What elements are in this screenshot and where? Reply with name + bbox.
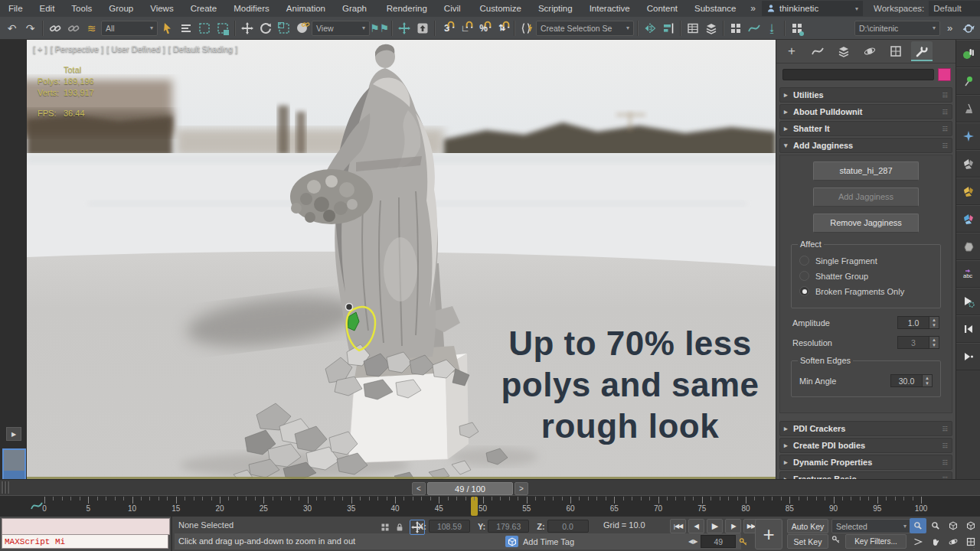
keyboard-shortcut-override-toggle[interactable]: [413, 19, 431, 37]
rename-abc-button[interactable]: abc: [956, 260, 980, 288]
menu-item[interactable]: Modifiers: [225, 0, 278, 17]
orbit-button[interactable]: [945, 534, 962, 549]
tab-hierarchy[interactable]: [833, 41, 854, 61]
curve-editor-button[interactable]: [745, 19, 763, 37]
sweep-button[interactable]: [956, 95, 980, 122]
zoom-extents-all-button[interactable]: [962, 518, 979, 533]
tab-modify[interactable]: [807, 41, 828, 61]
add-jagginess-button[interactable]: Add Jagginess: [813, 187, 919, 207]
shatter-gold-button[interactable]: [956, 178, 980, 205]
shatter-color-button[interactable]: [956, 205, 980, 233]
select-and-manipulate-button[interactable]: [395, 19, 413, 37]
viewport-pov-menu[interactable]: [ Perspective ]: [51, 44, 104, 54]
key-mode-toggle-icon[interactable]: [739, 537, 748, 546]
track-bar[interactable]: 0510152025303540455055606570758085909510…: [0, 495, 980, 518]
menu-item[interactable]: Civil View: [436, 0, 472, 17]
min-angle-spinner[interactable]: 30.0 ▲▼: [890, 374, 933, 387]
add-time-tag[interactable]: Add Time Tag: [523, 537, 574, 546]
rollout-header[interactable]: Shatter It ☷: [779, 121, 952, 136]
x-coordinate-field[interactable]: 108.59: [429, 520, 470, 533]
previous-frame-button[interactable]: <: [412, 482, 426, 495]
select-and-place-button[interactable]: [293, 19, 311, 37]
rollout-header[interactable]: PDI Crackers ☷: [779, 421, 952, 436]
select-link-button[interactable]: [46, 19, 64, 37]
remove-jagginess-button[interactable]: Remove Jagginess: [813, 214, 919, 233]
rollout-header[interactable]: Utilities ☷: [779, 87, 952, 103]
amplitude-spinner[interactable]: 1.0 ▲▼: [897, 316, 939, 329]
tab-create[interactable]: +: [781, 41, 802, 61]
project-folder-dropdown[interactable]: D:\cinitenic ▾: [854, 21, 940, 36]
set-keys-button[interactable]: +: [755, 519, 782, 549]
reference-coordinate-dropdown[interactable]: View ▾: [312, 21, 370, 36]
time-slider-value[interactable]: 49 / 100: [427, 482, 513, 495]
menu-item[interactable]: Edit: [31, 0, 64, 17]
previous-key-button[interactable]: ◀|: [688, 519, 704, 533]
viewport-camera-menu[interactable]: [ User Defined ]: [106, 44, 165, 54]
time-ruler[interactable]: 0510152025303540455055606570758085909510…: [44, 496, 921, 517]
menu-item[interactable]: Scripting: [530, 0, 581, 17]
rollout-header[interactable]: Dynamic Properties ☷: [779, 455, 952, 470]
viewport-layout-tab[interactable]: [2, 448, 26, 481]
menu-item[interactable]: Group: [100, 0, 142, 17]
unlink-selection-button[interactable]: [64, 19, 82, 37]
field-of-view-button[interactable]: [910, 534, 926, 549]
resolution-spinner[interactable]: 3 ▲▼: [897, 336, 939, 349]
toolbar-overflow-button[interactable]: »: [941, 19, 959, 37]
selection-filter-dropdown[interactable]: All ▾: [101, 21, 158, 36]
menu-item[interactable]: Views: [142, 0, 181, 17]
go-to-start-button[interactable]: |◀◀: [670, 519, 686, 533]
layer-explorer-button[interactable]: [684, 19, 701, 37]
set-key-button[interactable]: Set Key: [787, 534, 828, 549]
zoom-all-button[interactable]: [927, 518, 944, 533]
render-production-button[interactable]: [959, 19, 977, 37]
zoom-extents-button[interactable]: [945, 518, 962, 533]
scene-explorer-button[interactable]: [702, 19, 720, 37]
picked-object-button[interactable]: statue_hi_287: [813, 161, 919, 181]
fragment-rock-button[interactable]: [956, 233, 980, 260]
undo-button[interactable]: ↶: [3, 19, 21, 37]
select-and-rotate-button[interactable]: [256, 19, 274, 37]
menu-overflow-icon[interactable]: »: [744, 3, 762, 14]
play-to-frame-button[interactable]: [956, 343, 980, 370]
edit-named-selection-sets-button[interactable]: [518, 19, 535, 37]
rollout-header-add-jagginess[interactable]: Add Jagginess ☷: [779, 138, 952, 153]
rectangular-selection-region-button[interactable]: [195, 19, 213, 37]
z-coordinate-field[interactable]: 0.0: [547, 520, 589, 533]
maxscript-output-pane[interactable]: [2, 518, 170, 535]
next-frame-button[interactable]: >: [514, 482, 528, 495]
key-mode-dropdown[interactable]: Selected ▾: [831, 519, 911, 533]
menu-item[interactable]: Content: [639, 0, 686, 17]
menu-item[interactable]: Rendering: [378, 0, 436, 17]
scene-explorer-expand-button[interactable]: ▶: [6, 427, 21, 441]
zoom-button[interactable]: [910, 518, 926, 533]
menu-item[interactable]: Interactive: [581, 0, 639, 17]
perspective-viewport[interactable]: [ + ] [ Perspective ] [ User Defined ] […: [27, 40, 776, 479]
render-setup-button[interactable]: ⭳: [763, 19, 781, 37]
utility-name-field[interactable]: [782, 69, 934, 80]
mini-curve-editor-icon[interactable]: [31, 500, 43, 512]
percent-snap-toggle[interactable]: %: [475, 19, 492, 37]
pin-button[interactable]: [956, 67, 980, 95]
select-by-name-button[interactable]: [177, 19, 194, 37]
isolate-selection-icon[interactable]: [381, 523, 390, 532]
go-to-start-button[interactable]: [956, 315, 980, 343]
time-slider-grip[interactable]: [2, 481, 9, 494]
affect-radio-option[interactable]: Shatter Group: [799, 271, 933, 281]
auto-key-button[interactable]: Auto Key: [787, 519, 828, 533]
affect-radio-option[interactable]: Single Fragment: [799, 256, 933, 266]
viewport-shading-menu[interactable]: [ Default Shading ]: [168, 44, 238, 54]
redo-button[interactable]: ↷: [21, 19, 39, 37]
signin-user-dropdown[interactable]: thinkinetic ▾: [762, 1, 863, 16]
angle-snap-toggle[interactable]: ∟: [456, 19, 474, 37]
snaps-toggle-3d[interactable]: 3: [438, 19, 456, 37]
use-pivot-point-center-button[interactable]: ⚑⚑: [371, 19, 388, 37]
select-and-scale-button[interactable]: [275, 19, 292, 37]
next-key-button[interactable]: |▶: [725, 519, 741, 533]
named-selection-sets-dropdown[interactable]: Create Selection Se ▾: [536, 21, 634, 36]
dynamics-bowling-button[interactable]: [956, 40, 980, 67]
pan-button[interactable]: [927, 534, 944, 549]
viewport-general-menu[interactable]: [ + ]: [33, 44, 47, 54]
menu-item[interactable]: Animation: [278, 0, 334, 17]
frame-step-icon[interactable]: ◀▶: [688, 538, 697, 545]
spinner-snap-toggle[interactable]: ⇅: [493, 19, 511, 37]
